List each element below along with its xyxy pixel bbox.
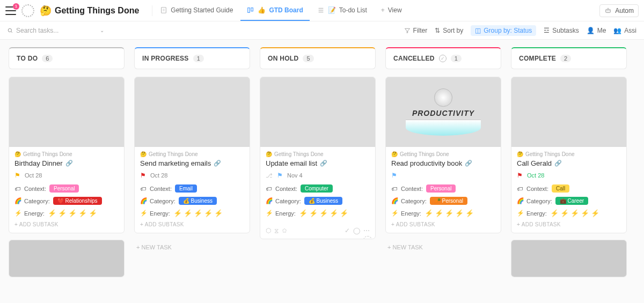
tag-outline-icon[interactable]: ⬡	[266, 227, 271, 234]
column-cancelled: CANCELLED ✓ 1 PRODUCTIVITY 🤔Getting Thin…	[385, 47, 501, 295]
card-cover: PRODUCTIVITY	[386, 77, 501, 147]
search-input[interactable]	[16, 27, 97, 34]
plus-icon: +	[381, 6, 385, 14]
card-title[interactable]: Call Gerald🔗	[517, 159, 621, 167]
card-update-email-list[interactable]: + 🤔Getting Things Done Update email list…	[260, 77, 376, 239]
view-tabs: Getting Started Guide 👍 GTD Board 📝 To-d…	[152, 0, 408, 21]
automations-button[interactable]: Autom	[599, 4, 639, 17]
context-tag[interactable]: Computer	[301, 184, 333, 193]
page-title[interactable]: Getting Things Done	[55, 6, 139, 16]
card-date[interactable]: Oct 28	[527, 172, 544, 179]
card-title[interactable]: Update email list🔗	[266, 159, 370, 167]
hourglass-icon[interactable]: ⧖	[274, 227, 279, 234]
sort-button[interactable]: ⇅ Sort by	[435, 27, 463, 34]
card-send-marketing-emails[interactable]: 🤔Getting Things Done Send marketing emai…	[134, 77, 250, 233]
circle-icon[interactable]: ◯	[353, 227, 360, 234]
column-header[interactable]: ON HOLD 5	[260, 47, 376, 69]
card-peek[interactable]	[511, 240, 627, 277]
add-subtask-button[interactable]: ADD SUBTASK	[391, 221, 495, 227]
tab-label: View	[388, 6, 402, 14]
more-icon[interactable]: ⋯	[363, 227, 370, 234]
flag-icon[interactable]: ⚑	[140, 172, 146, 179]
tag-icon: 🏷	[14, 186, 21, 192]
card-breadcrumb: 🤔Getting Things Done	[14, 151, 119, 157]
star-outline-icon[interactable]: ✩	[282, 227, 287, 234]
context-tag[interactable]: Personal	[49, 184, 79, 193]
tab-prefix-emoji: 👍	[258, 6, 266, 14]
card-read-productivity-book[interactable]: PRODUCTIVITY 🤔Getting Things Done Read p…	[385, 77, 501, 233]
notification-badge: 1	[13, 3, 19, 10]
doc-icon	[160, 6, 167, 14]
card-title[interactable]: Send marketing emails🔗	[140, 159, 244, 167]
category-tag[interactable]: ❤️ Relationships	[53, 197, 102, 205]
loading-icon	[21, 4, 34, 17]
new-task-button[interactable]: NEW TASK	[134, 240, 250, 255]
card-date[interactable]: Nov 4	[287, 172, 303, 179]
menu-button[interactable]: 1	[5, 6, 16, 15]
energy-level[interactable]: ⚡⚡⚡⚡⚡	[299, 209, 348, 217]
energy-level[interactable]: ⚡⚡⚡⚡⚡	[173, 209, 223, 217]
people-icon: 👥	[613, 27, 621, 34]
new-task-button[interactable]: NEW TASK	[385, 240, 501, 255]
card-peek[interactable]	[9, 240, 125, 277]
column-complete: COMPLETE 2 🤔Getting Things Done Call Ger…	[511, 47, 627, 295]
assignees-button[interactable]: 👥 Assi	[613, 27, 636, 34]
column-header[interactable]: COMPLETE 2	[511, 47, 627, 69]
field-category: 🌈Category:❤️ Relationships	[14, 197, 119, 205]
energy-level[interactable]: ⚡⚡⚡⚡⚡	[550, 209, 599, 217]
count-badge: 6	[42, 55, 53, 62]
card-cover	[260, 77, 375, 147]
card-title[interactable]: Birthday Dinner🔗	[14, 159, 119, 167]
flag-icon[interactable]: ⚑	[517, 172, 523, 179]
category-tag[interactable]: 💰 Business	[179, 197, 217, 205]
svg-line-13	[11, 31, 12, 32]
card-title[interactable]: Read productivity book🔗	[391, 159, 495, 167]
card-cover	[511, 77, 626, 147]
column-header[interactable]: CANCELLED ✓ 1	[385, 47, 501, 69]
context-tag[interactable]: Personal	[426, 184, 456, 193]
sort-icon: ⇅	[435, 27, 440, 34]
add-subtask-button[interactable]: ADD SUBTASK	[140, 221, 244, 227]
category-tag[interactable]: 🥕 Personal	[430, 197, 467, 205]
top-bar: 1 🤔 Getting Things Done Getting Started …	[0, 0, 644, 21]
tab-getting-started[interactable]: Getting Started Guide	[153, 0, 239, 21]
me-button[interactable]: 👤 Me	[587, 27, 606, 34]
category-tag[interactable]: 💼 Career	[555, 197, 588, 205]
card-birthday-dinner[interactable]: 🤔Getting Things Done Birthday Dinner🔗 ⚑ …	[9, 77, 125, 233]
link-icon: 🔗	[65, 160, 73, 167]
column-header[interactable]: TO DO 6	[9, 47, 125, 69]
branch-icon[interactable]: ⎇	[266, 172, 273, 179]
subtasks-button[interactable]: ☲ Subtasks	[544, 27, 579, 34]
card-date[interactable]: Oct 28	[25, 172, 42, 179]
context-tag[interactable]: Call	[552, 184, 569, 193]
search-box[interactable]: ⌄	[8, 27, 104, 34]
rainbow-icon: 🌈	[14, 197, 21, 204]
energy-level[interactable]: ⚡⚡⚡⚡⚡	[48, 209, 97, 217]
svg-rect-0	[162, 7, 166, 13]
card-call-gerald[interactable]: 🤔Getting Things Done Call Gerald🔗 ⚑Oct 2…	[511, 77, 627, 233]
chevron-down-icon[interactable]: ⌄	[100, 27, 104, 33]
context-tag[interactable]: Email	[175, 184, 197, 193]
add-subtask-button[interactable]: ADD SUBTASK	[517, 221, 621, 227]
tab-prefix-emoji: 📝	[328, 6, 336, 14]
flag-icon[interactable]: ⚑	[277, 172, 283, 179]
lightbulb-icon	[434, 88, 452, 107]
flag-icon[interactable]: ⚑	[14, 172, 20, 179]
assign-icon[interactable]: +	[363, 236, 372, 239]
tab-label: Getting Started Guide	[171, 6, 233, 14]
tab-todo-list[interactable]: 📝 To-do List	[311, 0, 374, 21]
flag-icon[interactable]: ⚑	[391, 172, 397, 179]
filter-button[interactable]: Filter	[404, 27, 428, 34]
count-badge: 5	[303, 55, 313, 62]
tab-gtd-board[interactable]: 👍 GTD Board	[240, 0, 309, 21]
check-icon[interactable]: ✓	[345, 227, 350, 234]
group-by-button[interactable]: ◫ Group by: Status	[471, 25, 536, 36]
energy-level[interactable]: ⚡⚡⚡⚡⚡	[425, 209, 474, 217]
card-date[interactable]: Oct 28	[150, 172, 167, 179]
column-in-progress: IN PROGRESS 1 🤔Getting Things Done Send …	[134, 47, 250, 295]
tab-add-view[interactable]: + View	[375, 0, 408, 21]
add-subtask-button[interactable]: ADD SUBTASK	[14, 221, 119, 227]
column-header[interactable]: IN PROGRESS 1	[134, 47, 250, 69]
category-tag[interactable]: 💰 Business	[304, 197, 342, 205]
filter-icon	[404, 27, 411, 34]
